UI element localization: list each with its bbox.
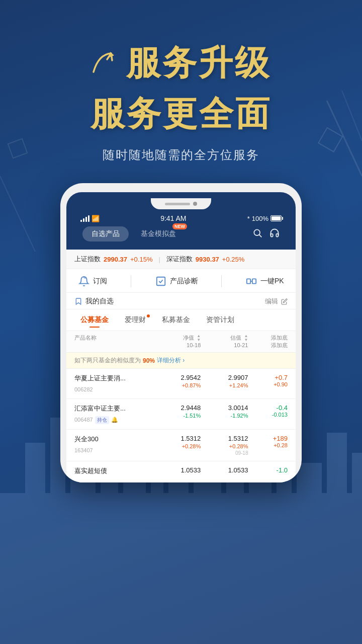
fund-add-value: +189: [248, 435, 288, 442]
tab-btn-watchlist[interactable]: 自选产品: [82, 226, 129, 242]
fund-name-col: 兴全300 163407: [74, 435, 153, 454]
svg-point-5: [254, 229, 260, 235]
cat-tab-public-fund[interactable]: 公募基金: [72, 312, 117, 328]
fund-row[interactable]: 兴全300 163407 1.5312 +0.28% 1.5312 +0.28%…: [66, 430, 296, 461]
search-icon[interactable]: [252, 228, 262, 240]
fund-name-col: 嘉实超短债: [74, 466, 153, 477]
th-add-label: 添加底添加底: [271, 335, 288, 348]
tab-bar: 自选产品 基金模拟盘 NEW: [76, 223, 286, 246]
similarity-pct: 90%: [143, 357, 155, 364]
sz-index-value: 9930.37: [196, 256, 219, 263]
status-bar-left: 📶: [80, 215, 100, 222]
fund-row[interactable]: 嘉实超短债 1.0533 1.0533 -1.0: [66, 461, 296, 482]
svg-rect-9: [156, 277, 165, 286]
watchlist-edit-btn[interactable]: 编辑: [265, 297, 288, 306]
hero-subtitle: 随时随地随需的全方位服务: [0, 147, 362, 163]
fund-est-change: -1.92%: [201, 413, 248, 419]
headset-icon[interactable]: [269, 228, 280, 240]
th-est[interactable]: 估值 ▲▼ 10-21: [201, 334, 248, 349]
svg-line-8: [85, 278, 85, 279]
service-upgrade-arrow-icon: [91, 49, 121, 77]
new-badge: NEW: [172, 223, 187, 229]
watchlist-title: 我的自选: [74, 297, 114, 306]
index-ticker: 上证指数 2990.37 +0.15% | 深证指数 9930.37 +0.25…: [66, 250, 296, 269]
fund-nav-col: 2.9542 +0.87%: [153, 374, 201, 388]
func-divider-1: [131, 275, 131, 287]
wifi-icon: 📶: [92, 215, 100, 222]
fund-row[interactable]: 华夏上证主要消... 006282 2.9542 +0.87% 2.9907 +…: [66, 369, 296, 399]
fund-nav-change: -1.51%: [153, 413, 201, 419]
fund-nav-change: +0.28%: [153, 443, 201, 449]
watchlist-header: 我的自选 编辑: [66, 293, 296, 309]
index-item-sz: 深证指数 9930.37 +0.25%: [166, 255, 244, 264]
subscribe-icon: [78, 275, 90, 287]
fund-add-sub-value: +0.28: [248, 442, 288, 448]
th-add: 添加底添加底: [248, 334, 288, 349]
fund-est-change: +0.28%: [201, 443, 248, 449]
fund-nav-value: 2.9542: [153, 374, 201, 381]
func-subscribe[interactable]: 订阅: [78, 275, 107, 287]
est-sort-icon: ▲▼: [244, 334, 248, 342]
fund-row[interactable]: 汇添富中证主要... 006487持仓🔔 2.9448 -1.51% 3.001…: [66, 399, 296, 430]
cat-tab-wealth[interactable]: 爱理财: [117, 312, 154, 328]
fund-est-value: 1.5312: [201, 435, 248, 442]
tab-buttons-group: 自选产品 基金模拟盘 NEW: [82, 226, 185, 242]
signal-bar-1: [80, 220, 82, 222]
fund-add-value: -0.4: [248, 404, 288, 412]
ticker-divider: |: [158, 256, 160, 263]
fund-bell-icon[interactable]: 🔔: [111, 417, 118, 423]
wealth-dot-badge: [147, 314, 150, 317]
fund-code: 006487持仓🔔: [74, 417, 118, 423]
sh-index-name: 上证指数: [74, 255, 101, 264]
phone-outer: 📶 9:41 AM * 100% 自选产品: [60, 183, 302, 482]
fund-name-col: 汇添富中证主要... 006487持仓🔔: [74, 404, 153, 424]
nav-sort-icon: ▲▼: [197, 334, 201, 342]
camera-dot: [193, 202, 197, 206]
fund-add-col: +189 +0.28: [248, 435, 288, 448]
status-bar-right: * 100%: [247, 215, 282, 222]
th-est-label: 估值 ▲▼: [230, 334, 248, 342]
status-bar: 📶 9:41 AM * 100%: [76, 213, 286, 223]
svg-rect-10: [247, 279, 250, 283]
fund-est-col: 1.5312 +0.28% 09-18: [201, 435, 248, 456]
fund-est-change: +1.24%: [201, 382, 248, 388]
th-nav[interactable]: 净值 ▲▼ 10-18: [153, 334, 201, 349]
fund-add-col: -0.4 -0.013: [248, 404, 288, 418]
cat-tab-private-fund[interactable]: 私募基金: [154, 312, 198, 328]
func-pk[interactable]: 一键PK: [245, 275, 284, 287]
fund-holding-tag: 持仓: [95, 416, 109, 424]
cat-tab-asset-plan-label: 资管计划: [206, 315, 234, 324]
fund-name: 兴全300: [74, 435, 153, 444]
cat-tab-asset-plan[interactable]: 资管计划: [198, 312, 242, 328]
fund-name: 华夏上证主要消...: [74, 374, 153, 383]
pk-label: 一键PK: [260, 277, 284, 286]
fund-list: 华夏上证主要消... 006282 2.9542 +0.87% 2.9907 +…: [66, 369, 296, 482]
watchlist-title-text: 我的自选: [85, 297, 114, 306]
fund-add-sub-value: -0.013: [248, 412, 288, 418]
fund-code: 163407: [74, 447, 93, 453]
signal-bar-2: [83, 218, 84, 222]
tab-watchlist-label: 自选产品: [92, 229, 120, 237]
hero-title-text1: 服务升级: [126, 40, 271, 86]
hero-section: 服务升级 服务更全面 随时随地随需的全方位服务: [0, 0, 362, 163]
tab-fund-sim-label: 基金模拟盘: [141, 229, 176, 237]
th-est-date: 10-21: [234, 342, 248, 348]
hero-title-text2: 服务更全面: [90, 94, 272, 132]
sz-index-change: +0.25%: [222, 256, 244, 263]
th-nav-label: 净值 ▲▼: [183, 334, 201, 342]
similarity-detail-link[interactable]: 详细分析 ›: [157, 356, 185, 365]
fund-name-col: 华夏上证主要消... 006282: [74, 374, 153, 393]
fund-nav-change: +0.87%: [153, 382, 201, 388]
fund-add-col: -1.0: [248, 466, 288, 474]
fund-est-value: 1.0533: [201, 466, 248, 474]
func-diagnosis[interactable]: 产品诊断: [155, 275, 198, 287]
fund-add-value: -1.0: [248, 466, 288, 474]
speaker-bar: [165, 203, 190, 205]
fund-nav-col: 2.9448 -1.51%: [153, 404, 201, 419]
edit-label: 编辑: [265, 297, 278, 305]
tab-btn-fund-sim[interactable]: 基金模拟盘 NEW: [132, 226, 185, 242]
fund-nav-col: 1.5312 +0.28%: [153, 435, 201, 449]
battery-icon: [270, 215, 282, 221]
cat-tab-wealth-label: 爱理财: [125, 315, 146, 324]
fund-name: 嘉实超短债: [74, 466, 153, 475]
